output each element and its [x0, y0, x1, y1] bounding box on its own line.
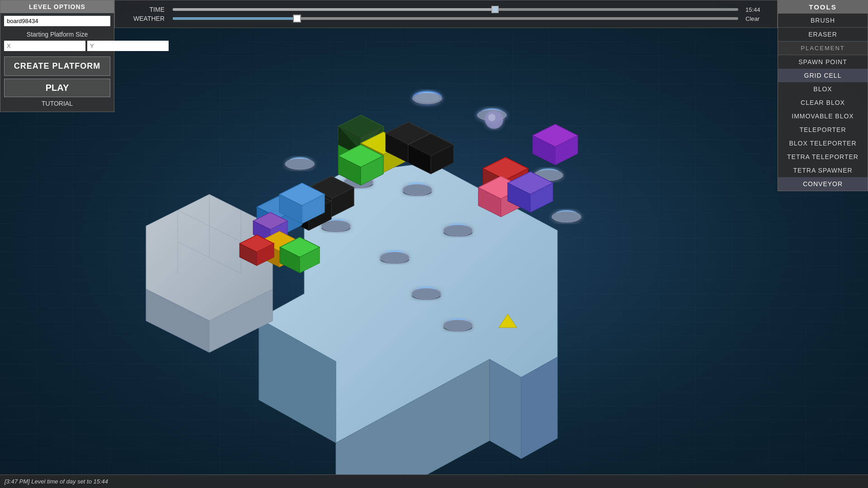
grid-cell-button[interactable]: GRID CELL: [778, 69, 868, 82]
spawn-point-button[interactable]: SPAWN POINT: [778, 55, 868, 69]
level-options-title: LEVEL OPTIONS: [0, 0, 114, 13]
spawn-disc-3: [285, 157, 314, 170]
clear-blox-button[interactable]: CLEAR BLOX: [778, 96, 868, 109]
svg-point-37: [403, 184, 432, 195]
time-slider-thumb[interactable]: [491, 6, 499, 13]
teleporter-button[interactable]: TELEPORTER: [778, 123, 868, 136]
create-platform-button[interactable]: CREATE PLATFORM: [4, 56, 110, 76]
conveyor-button[interactable]: CONVEYOR: [778, 177, 868, 191]
svg-point-21: [415, 94, 440, 103]
purple-blox: [533, 124, 578, 165]
svg-point-43: [552, 211, 581, 222]
weather-slider-thumb[interactable]: [293, 14, 301, 23]
weather-label: WEATHER: [124, 15, 165, 22]
time-value: 15:44: [745, 6, 768, 13]
platform-scene: [114, 36, 778, 474]
immovable-blox-button[interactable]: IMMOVABLE BLOX: [778, 109, 868, 123]
time-row: TIME 15:44: [124, 6, 768, 13]
blox-button[interactable]: BLOX: [778, 82, 868, 96]
blox-teleporter-button[interactable]: BLOX TELEPORTER: [778, 136, 868, 150]
platform-svg: [114, 36, 778, 474]
tetra-teleporter-button[interactable]: TETRA TELEPORTER: [778, 150, 868, 164]
svg-point-30: [285, 159, 314, 169]
svg-point-52: [412, 288, 441, 299]
y-input[interactable]: [87, 41, 169, 51]
svg-point-49: [380, 252, 409, 263]
right-panel: TOOLS BRUSH ERASER PLACEMENT SPAWN POINT…: [778, 0, 868, 191]
spawn-disc-7: [552, 210, 581, 223]
eraser-button[interactable]: ERASER: [778, 28, 868, 41]
spawn-disc-1: [411, 91, 443, 106]
weather-value: Clear: [745, 15, 768, 22]
top-bar: TIME 15:44 WEATHER Clear: [114, 0, 778, 28]
svg-point-46: [443, 225, 472, 236]
floating-sphere: [485, 111, 503, 129]
time-label: TIME: [124, 6, 165, 13]
status-text: [3:47 PM] Level time of day set to 15:44: [5, 478, 108, 485]
xy-inputs-container: [0, 41, 114, 55]
time-slider-track[interactable]: [173, 8, 738, 11]
game-canvas: [0, 0, 868, 488]
left-platform: [146, 194, 273, 352]
x-input[interactable]: [4, 41, 85, 51]
status-bar: [3:47 PM] Level time of day set to 15:44: [0, 474, 868, 488]
left-panel: LEVEL OPTIONS Starting Platform Size CRE…: [0, 0, 114, 112]
tools-title: TOOLS: [778, 0, 868, 14]
weather-row: WEATHER Clear: [124, 15, 768, 22]
play-button[interactable]: PLAY: [4, 79, 110, 97]
weather-slider-track[interactable]: [173, 17, 738, 20]
svg-point-115: [488, 114, 495, 121]
tetra-spawner-button[interactable]: TETRA SPAWNER: [778, 164, 868, 177]
time-slider-fill: [173, 8, 495, 11]
svg-point-55: [443, 320, 472, 331]
tutorial-button[interactable]: TUTORIAL: [4, 100, 110, 107]
board-name-input[interactable]: [4, 16, 110, 26]
starting-platform-label: Starting Platform Size: [0, 29, 114, 41]
placement-title: PLACEMENT: [778, 42, 868, 55]
weather-slider-fill: [173, 17, 297, 20]
brush-button[interactable]: BRUSH: [778, 14, 868, 27]
